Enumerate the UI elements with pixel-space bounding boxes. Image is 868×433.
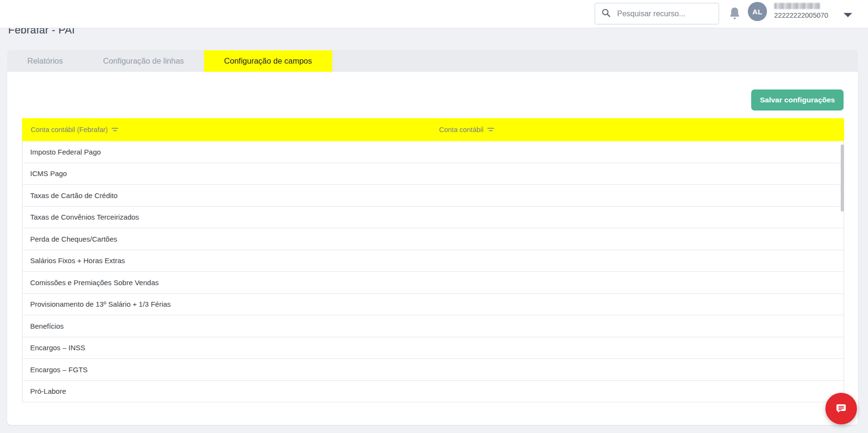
table-header: Conta contábil (Febrafar) Conta contábil	[22, 118, 844, 141]
search-box[interactable]	[595, 3, 719, 24]
table-row[interactable]: Taxas de Convênios Terceirizados	[23, 207, 844, 229]
tab-bar: RelatóriosConfiguração de linhasConfigur…	[7, 50, 858, 72]
tab-configuracao-de-campos[interactable]: Configuração de campos	[204, 50, 332, 72]
chat-button[interactable]	[825, 393, 857, 424]
content-panel: RelatóriosConfiguração de linhasConfigur…	[7, 50, 858, 425]
avatar[interactable]: AL	[748, 2, 767, 21]
table-row[interactable]: Provisionamento de 13º Salário + 1/3 Fér…	[23, 294, 844, 316]
cell-conta-contabil-febrafar: Benefícios	[30, 322, 64, 330]
bell-icon[interactable]	[728, 6, 741, 23]
table-scrollbar-thumb[interactable]	[841, 144, 844, 211]
table-row[interactable]: Encargos – INSS	[23, 337, 844, 359]
cell-conta-contabil-febrafar: Encargos – FGTS	[30, 366, 88, 374]
account-number: 22222222005070	[774, 11, 828, 19]
caret-down-icon[interactable]	[844, 13, 852, 17]
speech-bubble-icon	[834, 401, 848, 417]
table-row[interactable]: Imposto Federal Pago	[23, 141, 844, 163]
table-row[interactable]: Benefícios	[23, 315, 844, 337]
accounts-table: Conta contábil (Febrafar) Conta contábil…	[22, 118, 844, 402]
filter-lines-icon[interactable]	[487, 126, 495, 133]
cell-conta-contabil-febrafar: Encargos – INSS	[30, 344, 85, 352]
cell-conta-contabil-febrafar: Perda de Cheques/Cartões	[30, 235, 117, 243]
tab-relatorios[interactable]: Relatórios	[7, 50, 83, 72]
cell-conta-contabil-febrafar: Taxas de Convênios Terceirizados	[30, 213, 139, 221]
card: Salvar configurações Conta contábil (Feb…	[7, 72, 858, 425]
magnifier-icon	[601, 8, 611, 20]
filter-lines-icon[interactable]	[112, 126, 119, 133]
cell-conta-contabil-febrafar: Salários Fixos + Horas Extras	[30, 256, 125, 265]
cell-conta-contabil-febrafar: Imposto Federal Pago	[30, 148, 101, 156]
table-row[interactable]: Perda de Cheques/Cartões	[23, 228, 844, 250]
cell-conta-contabil-febrafar: ICMS Pago	[30, 169, 67, 178]
user-name-redacted	[774, 3, 820, 9]
cell-conta-contabil-febrafar: Taxas de Cartão de Crédito	[30, 191, 118, 200]
table-row[interactable]: ICMS Pago	[23, 163, 844, 185]
cell-conta-contabil-febrafar: Provisionamento de 13º Salário + 1/3 Fér…	[30, 300, 171, 308]
table-row[interactable]: Encargos – FGTS	[23, 359, 844, 381]
cell-conta-contabil-febrafar: Pró-Labore	[30, 387, 66, 395]
tab-configuracao-de-linhas[interactable]: Configuração de linhas	[83, 50, 204, 72]
table-row[interactable]: Comissões e Premiações Sobre Vendas	[23, 272, 844, 294]
column-header-conta-contabil[interactable]: Conta contábil	[439, 118, 495, 141]
table-body: Imposto Federal Pago ICMS Pago Taxas de …	[22, 141, 844, 402]
table-row[interactable]: Pró-Labore	[23, 381, 844, 403]
topbar: AL 22222222005070	[0, 0, 868, 28]
table-row[interactable]: Salários Fixos + Horas Extras	[23, 250, 844, 272]
column-header-conta-contabil-febrafar[interactable]: Conta contábil (Febrafar)	[22, 126, 119, 133]
search-input[interactable]	[616, 9, 712, 19]
table-row[interactable]: Taxas de Cartão de Crédito	[23, 185, 844, 207]
column-header-label: Conta contábil (Febrafar)	[31, 126, 108, 133]
cell-conta-contabil-febrafar: Comissões e Premiações Sobre Vendas	[30, 278, 158, 287]
save-button[interactable]: Salvar configurações	[751, 89, 844, 111]
column-header-label: Conta contábil	[439, 126, 484, 133]
